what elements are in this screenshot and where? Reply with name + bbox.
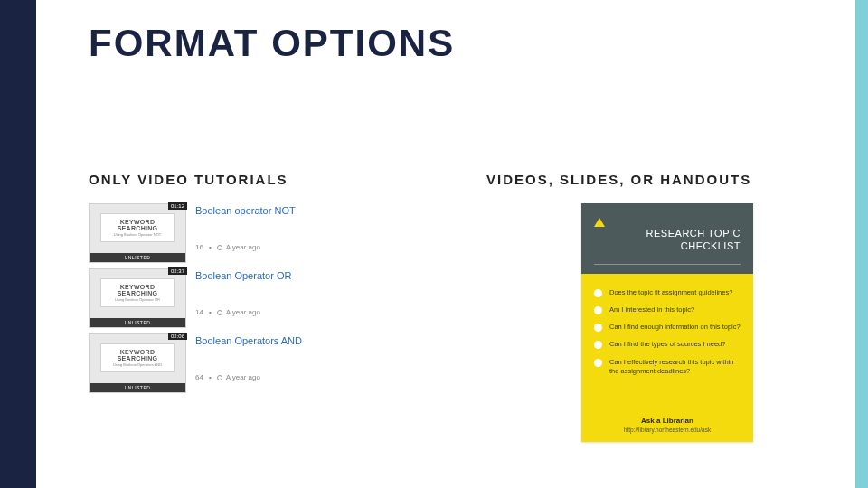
- right-accent-stripe: [855, 0, 868, 488]
- right-heading: VIDEOS, SLIDES, OR HANDOUTS: [486, 172, 848, 187]
- video-duration: 02:37: [168, 267, 187, 275]
- thumb-sub: Using Boolean Operator OR: [115, 297, 160, 302]
- video-title: Boolean Operator OR: [195, 270, 410, 281]
- right-column: VIDEOS, SLIDES, OR HANDOUTS RESEARCH TOP…: [486, 172, 848, 442]
- bullet-icon: [594, 306, 602, 314]
- video-thumbnail: 02:37 KEYWORD SEARCHING Using Boolean Op…: [89, 268, 186, 328]
- video-item: 01:12 KEYWORD SEARCHING Using Boolean Op…: [89, 203, 410, 263]
- handout-body: Does the topic fit assignment guidelines…: [581, 274, 753, 413]
- handout-footer: Ask a Librarian http://library.northeast…: [581, 413, 753, 442]
- video-age: A year ago: [226, 373, 260, 381]
- video-item: 02:06 KEYWORD SEARCHING Using Boolean Op…: [89, 333, 410, 393]
- video-duration: 01:12: [168, 202, 187, 210]
- thumb-badge: UNLISTED: [90, 318, 185, 327]
- video-meta: Boolean operator NOT 16 A year ago: [186, 203, 410, 263]
- bullet-icon: [594, 289, 602, 297]
- left-column: ONLY VIDEO TUTORIALS 01:12 KEYWORD SEARC…: [89, 172, 450, 442]
- footer-url: http://library.northeastern.edu/ask: [594, 427, 741, 433]
- divider: [594, 264, 741, 265]
- checklist-text: Am I interested in this topic?: [609, 305, 694, 314]
- handout-title-line2: CHECKLIST: [646, 239, 741, 252]
- two-columns: ONLY VIDEO TUTORIALS 01:12 KEYWORD SEARC…: [89, 172, 841, 442]
- video-age: A year ago: [226, 243, 260, 251]
- slide-title: FORMAT OPTIONS: [89, 22, 841, 65]
- separator-icon: [207, 243, 213, 251]
- bullet-icon: [594, 341, 602, 349]
- separator-icon: [207, 308, 213, 316]
- video-item: 02:37 KEYWORD SEARCHING Using Boolean Op…: [89, 268, 410, 328]
- bullet-icon: [594, 359, 602, 367]
- view-count: 14: [195, 308, 203, 316]
- thumb-title: KEYWORD SEARCHING: [101, 219, 174, 231]
- handout-card: RESEARCH TOPIC CHECKLIST Does the topic …: [581, 203, 753, 442]
- slide-content: FORMAT OPTIONS ONLY VIDEO TUTORIALS 01:1…: [89, 22, 841, 470]
- video-stats: 64 A year ago: [195, 373, 410, 381]
- checklist-text: Does the topic fit assignment guidelines…: [609, 288, 732, 297]
- thumbnail-inner: KEYWORD SEARCHING Using Boolean Operator…: [100, 213, 175, 242]
- checklist-item: Does the topic fit assignment guidelines…: [594, 288, 741, 297]
- left-accent-stripe: [0, 0, 36, 488]
- thumb-badge: UNLISTED: [90, 383, 185, 392]
- thumb-sub: Using Boolean Operators AND: [113, 362, 162, 367]
- checklist-text: Can I effectively research this topic wi…: [609, 358, 741, 376]
- checklist-item: Can I find enough information on this to…: [594, 323, 741, 332]
- footer-title: Ask a Librarian: [594, 417, 741, 425]
- handout-title: RESEARCH TOPIC CHECKLIST: [646, 227, 741, 253]
- checklist-text: Can I find enough information on this to…: [609, 323, 741, 332]
- handout-header: RESEARCH TOPIC CHECKLIST: [581, 203, 753, 274]
- video-stats: 16 A year ago: [195, 243, 410, 251]
- thumb-sub: Using Boolean Operator NOT: [114, 232, 161, 237]
- handout-wrap: RESEARCH TOPIC CHECKLIST Does the topic …: [486, 203, 848, 442]
- video-thumbnail: 01:12 KEYWORD SEARCHING Using Boolean Op…: [89, 203, 186, 263]
- checklist-text: Can I find the types of sources I need?: [609, 340, 725, 349]
- bullet-icon: [594, 324, 602, 332]
- view-count: 64: [195, 373, 203, 381]
- video-title: Boolean operator NOT: [195, 205, 410, 216]
- video-title: Boolean Operators AND: [195, 335, 410, 346]
- video-duration: 02:06: [168, 333, 187, 340]
- view-count: 16: [195, 243, 203, 251]
- video-meta: Boolean Operators AND 64 A year ago: [186, 333, 410, 393]
- thumb-badge: UNLISTED: [90, 253, 185, 262]
- checklist-item: Can I find the types of sources I need?: [594, 340, 741, 349]
- checklist-item: Am I interested in this topic?: [594, 305, 741, 314]
- checklist-item: Can I effectively research this topic wi…: [594, 358, 741, 376]
- thumb-title: KEYWORD SEARCHING: [101, 284, 174, 296]
- video-thumbnail: 02:06 KEYWORD SEARCHING Using Boolean Op…: [89, 333, 186, 393]
- clock-icon: [217, 375, 222, 380]
- video-stats: 14 A year ago: [195, 308, 410, 316]
- clock-icon: [217, 310, 222, 315]
- handout-title-line1: RESEARCH TOPIC: [646, 227, 741, 239]
- video-age: A year ago: [226, 308, 260, 316]
- clock-icon: [217, 245, 222, 250]
- thumbnail-inner: KEYWORD SEARCHING Using Boolean Operator…: [100, 343, 175, 372]
- thumb-title: KEYWORD SEARCHING: [101, 349, 174, 361]
- left-heading: ONLY VIDEO TUTORIALS: [89, 172, 450, 187]
- video-meta: Boolean Operator OR 14 A year ago: [186, 268, 410, 328]
- video-list: 01:12 KEYWORD SEARCHING Using Boolean Op…: [89, 203, 410, 393]
- thumbnail-inner: KEYWORD SEARCHING Using Boolean Operator…: [100, 278, 175, 307]
- accent-triangle-icon: [594, 218, 605, 227]
- separator-icon: [207, 373, 213, 381]
